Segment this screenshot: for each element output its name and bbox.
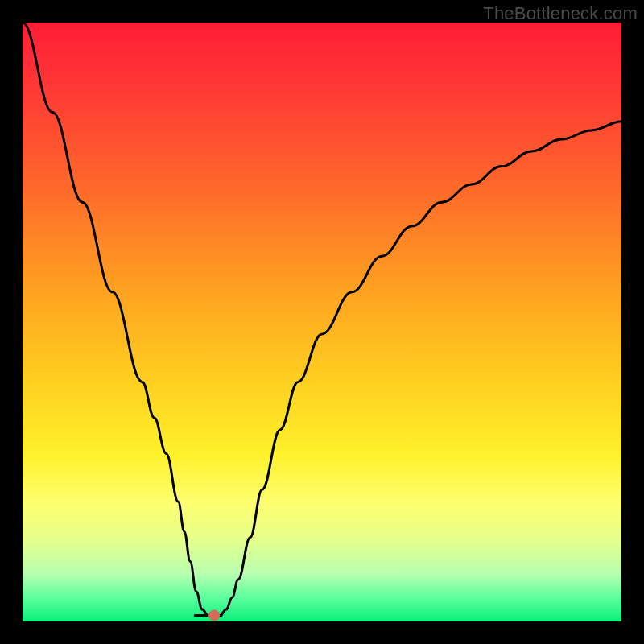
watermark-text: TheBottleneck.com (483, 3, 638, 24)
chart-frame: TheBottleneck.com (0, 0, 644, 644)
optimal-point-marker (208, 610, 220, 621)
bottleneck-curve (23, 23, 621, 616)
curve-layer (23, 23, 621, 621)
plot-area (23, 23, 621, 621)
